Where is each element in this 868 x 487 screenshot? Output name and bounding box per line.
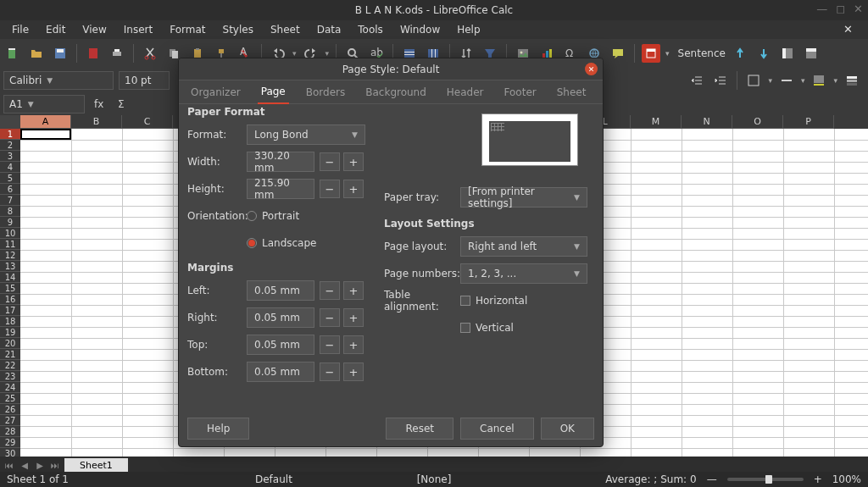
row-header[interactable]: 15 [0,283,20,294]
maximize-icon[interactable]: ◻ [836,3,845,15]
column-header[interactable]: M [631,115,682,129]
margin-top-minus-button[interactable]: − [320,335,340,354]
row-header[interactable]: 18 [0,316,20,327]
undo-dropdown-icon[interactable]: ▾ [292,49,297,58]
row-header[interactable]: 27 [0,415,20,426]
font-name-combo[interactable]: Calibri▼ [3,71,114,90]
row-header[interactable]: 26 [0,404,20,415]
menu-data[interactable]: Data [317,24,342,36]
column-header[interactable]: O [732,115,783,129]
margin-left-minus-button[interactable]: − [320,281,340,300]
margin-bottom-field[interactable]: 0.05 mm [247,362,314,382]
save-icon[interactable] [51,44,70,63]
row-header[interactable]: 4 [0,162,20,173]
row-header[interactable]: 23 [0,371,20,382]
row-header[interactable]: 14 [0,272,20,283]
cancel-button[interactable]: Cancel [460,418,534,440]
borders-icon[interactable] [744,71,763,90]
row-header[interactable]: 24 [0,382,20,393]
menu-format[interactable]: Format [170,24,205,36]
border-style-icon[interactable] [777,71,796,90]
zoom-in-icon[interactable]: + [814,473,822,485]
menu-tools[interactable]: Tools [358,24,383,36]
close-icon[interactable]: ✕ [854,3,863,15]
radio-portrait[interactable]: Portrait [247,208,299,224]
column-header[interactable]: C [122,115,173,129]
margin-right-plus-button[interactable]: + [343,308,364,327]
select-all-corner[interactable] [0,115,20,129]
row-header[interactable]: 6 [0,184,20,195]
border-style-dropdown-icon[interactable]: ▾ [801,76,805,85]
ok-button[interactable]: OK [541,418,594,440]
width-field[interactable]: 330.20 mm [247,152,314,172]
sheet-tab[interactable]: Sheet1 [64,458,128,473]
reset-button[interactable]: Reset [386,418,453,440]
height-minus-button[interactable]: − [320,180,340,198]
bg-color-icon[interactable] [810,71,828,90]
radio-landscape[interactable]: Landscape [247,235,316,252]
tab-last-icon[interactable]: ⏭ [49,459,61,471]
menu-edit[interactable]: Edit [46,24,65,36]
sort-desc-icon[interactable] [754,44,773,63]
tab-prev-icon[interactable]: ◀ [19,459,31,471]
sort-asc-icon[interactable] [731,44,749,63]
open-icon[interactable] [27,44,46,63]
check-horizontal[interactable]: Horizontal [460,292,527,309]
cut-icon[interactable] [141,44,159,63]
new-icon[interactable] [3,44,22,63]
conditional-icon[interactable] [843,71,861,90]
tab-borders[interactable]: Borders [303,81,348,103]
name-box[interactable]: A1▼ [3,95,85,113]
export-pdf-icon[interactable] [84,44,103,63]
split-icon[interactable] [802,44,821,63]
height-plus-button[interactable]: + [343,180,364,198]
menu-help[interactable]: Help [457,24,480,36]
margin-right-field[interactable]: 0.05 mm [247,307,314,328]
width-minus-button[interactable]: − [320,152,340,171]
row-header[interactable]: 21 [0,349,20,360]
format-select[interactable]: Long Bond ▼ [247,125,365,145]
column-header[interactable]: P [783,115,834,129]
row-header[interactable]: 16 [0,294,20,305]
row-header[interactable]: 25 [0,393,20,404]
width-plus-button[interactable]: + [343,152,364,171]
comment-icon[interactable] [609,44,627,63]
margin-top-plus-button[interactable]: + [343,335,364,354]
row-header[interactable]: 8 [0,206,20,217]
menu-window[interactable]: Window [400,24,440,36]
row-header[interactable]: 11 [0,239,20,250]
bg-color-dropdown-icon[interactable]: ▾ [833,76,837,85]
check-vertical[interactable]: Vertical [460,319,514,336]
print-icon[interactable] [108,44,126,63]
dialog-close-icon[interactable]: ✕ [585,63,598,75]
dialog-title-bar[interactable]: Page Style: Default ✕ [179,58,603,80]
text-case-label[interactable]: Sentence [678,47,726,59]
tab-background[interactable]: Background [362,81,430,103]
zoom-slider-knob[interactable] [765,475,772,484]
row-header[interactable]: 1 [0,129,20,140]
margin-left-plus-button[interactable]: + [343,281,364,300]
row-header[interactable]: 28 [0,426,20,437]
tab-sheet[interactable]: Sheet [554,81,590,103]
menu-view[interactable]: View [82,24,106,36]
freeze-icon[interactable] [778,44,797,63]
menu-file[interactable]: File [12,24,29,36]
row-header[interactable]: 13 [0,261,20,272]
margin-left-field[interactable]: 0.05 mm [247,280,314,301]
tab-next-icon[interactable]: ▶ [34,459,46,471]
menu-sheet[interactable]: Sheet [270,24,300,36]
zoom-value[interactable]: 100% [832,473,861,485]
tab-footer[interactable]: Footer [501,81,540,103]
zoom-slider[interactable] [727,478,804,481]
tab-page[interactable]: Page [258,80,289,104]
margin-bottom-plus-button[interactable]: + [343,362,364,381]
page-layout-select[interactable]: Right and left▼ [460,236,587,257]
row-header[interactable]: 29 [0,437,20,448]
column-header[interactable]: A [20,115,71,129]
column-header[interactable]: N [682,115,732,129]
column-header[interactable]: B [71,115,122,129]
row-header[interactable]: 22 [0,360,20,371]
borders-dropdown-icon[interactable]: ▾ [768,76,772,85]
headers-footers-dropdown-icon[interactable]: ▾ [665,49,670,58]
menu-insert[interactable]: Insert [124,24,153,36]
